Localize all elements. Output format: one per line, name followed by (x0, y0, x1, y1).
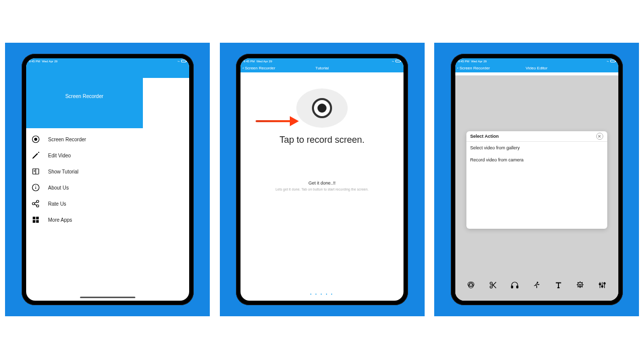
tool-adjust[interactable] (597, 280, 608, 291)
svg-rect-17 (36, 220, 38, 223)
sidebar-item-edit-video[interactable]: Edit Video (26, 147, 189, 163)
sidebar-item-rate-us[interactable]: Rate Us (26, 196, 189, 212)
screen-tutorial: 9:45 PM Wed Apr 29 ‹ Screen Recorder Tut… (240, 58, 404, 301)
arrow-annotation (256, 118, 301, 125)
screenshot-2: 9:45 PM Wed Apr 29 ‹ Screen Recorder Tut… (220, 43, 425, 316)
option-label: Record video from camera (470, 157, 524, 162)
ipad-frame: 9:45 PM Wed Apr 29 Screen Recorder Scree… (22, 54, 194, 305)
sidebar-item-label: Edit Video (48, 153, 71, 158)
app-title: Screen Recorder (26, 94, 143, 99)
option-record-from-camera[interactable]: Record video from camera (466, 154, 607, 166)
svg-point-10 (36, 200, 39, 203)
content-peek (143, 78, 189, 128)
record-icon (31, 135, 40, 144)
sidebar-item-label: About Us (48, 185, 69, 191)
battery-icon (610, 60, 615, 62)
battery-icon (181, 60, 186, 62)
svg-point-8 (35, 186, 36, 187)
nav-bar: ‹ Screen Recorder Tutorial (240, 64, 404, 72)
svg-rect-16 (33, 220, 35, 223)
sliders-icon (598, 281, 607, 290)
wifi-icon (607, 59, 609, 63)
sidebar-item-about-us[interactable]: About Us (26, 179, 189, 196)
tool-audio[interactable] (509, 280, 520, 291)
battery-icon (395, 60, 400, 62)
status-date: Wed Apr 29 (471, 60, 487, 63)
screen-video-editor: 9:45 PM Wed Apr 29 ‹ Screen Recorder Vid… (455, 58, 618, 301)
sidebar-item-show-tutorial[interactable]: Show Tutorial (26, 163, 189, 179)
headphones-icon (510, 281, 519, 290)
sidebar-item-label: Show Tutorial (48, 169, 79, 174)
svg-point-9 (32, 203, 35, 205)
screenshot-3: 9:45 PM Wed Apr 29 ‹ Screen Recorder Vid… (434, 43, 639, 316)
action-sheet: Select Action ✕ Select video from galler… (466, 131, 607, 229)
sidebar-item-screen-recorder[interactable]: Screen Recorder (26, 131, 189, 147)
share-icon (31, 199, 40, 208)
screenshot-1: 9:45 PM Wed Apr 29 Screen Recorder Scree… (5, 43, 210, 316)
nav-title: Tutorial (240, 66, 404, 70)
sidebar-item-label: Rate Us (48, 201, 66, 207)
svg-point-1 (34, 138, 37, 141)
tool-sticker[interactable] (575, 280, 586, 291)
sidebar-item-label: Screen Recorder (48, 137, 87, 142)
status-bar: 9:45 PM Wed Apr 29 (240, 58, 404, 64)
nav-bar: ‹ Screen Recorder Video Editor (455, 64, 618, 72)
status-date: Wed Apr 29 (257, 60, 272, 63)
status-bar: 9:45 PM Wed Apr 29 (455, 58, 618, 64)
svg-rect-37 (601, 286, 603, 287)
svg-point-27 (537, 282, 538, 283)
sheet-title: Select Action (470, 134, 499, 139)
svg-line-13 (34, 204, 37, 205)
tutorial-subtext: Lets get it done. Tab on button to start… (240, 188, 404, 191)
sidebar-item-more-apps[interactable]: More Apps (26, 212, 189, 228)
svg-point-11 (36, 205, 39, 207)
sticker-icon (576, 281, 585, 290)
close-icon: ✕ (598, 134, 601, 139)
status-time: 9:45 PM (458, 60, 469, 63)
text-icon (554, 281, 563, 290)
running-icon (532, 281, 541, 290)
svg-line-23 (492, 284, 496, 288)
tutorial-body: Tap to record screen. Get it done..!! Le… (240, 88, 404, 301)
tool-text[interactable] (553, 280, 564, 291)
status-bar: 9:45 PM Wed Apr 29 (26, 58, 189, 64)
close-button[interactable]: ✕ (596, 133, 603, 140)
ipad-frame: 9:45 PM Wed Apr 29 ‹ Screen Recorder Vid… (451, 54, 623, 305)
svg-rect-14 (33, 217, 35, 219)
svg-point-32 (581, 285, 581, 285)
sidebar-header: Screen Recorder (26, 64, 189, 128)
sidebar-item-label: More Apps (48, 217, 72, 223)
svg-point-20 (469, 284, 473, 288)
svg-point-31 (579, 285, 580, 285)
nav-title: Video Editor (455, 66, 618, 70)
svg-rect-26 (517, 286, 518, 289)
record-icon (312, 98, 332, 118)
sidebar-menu: Screen Recorder Edit Video Show Tutorial (26, 128, 189, 228)
option-select-from-gallery[interactable]: Select video from gallery (466, 142, 607, 154)
ipad-frame: 9:45 PM Wed Apr 29 ‹ Screen Recorder Tut… (236, 54, 408, 305)
tutorial-subtitle: Get it done..!! (240, 180, 404, 186)
svg-line-24 (492, 282, 496, 286)
svg-rect-38 (604, 283, 605, 284)
option-label: Select video from gallery (470, 145, 520, 150)
tool-speed[interactable] (531, 280, 542, 291)
status-time: 9:45 PM (29, 60, 40, 63)
svg-rect-25 (511, 286, 513, 289)
status-time: 9:45 PM (244, 60, 255, 63)
svg-rect-36 (599, 284, 601, 285)
page-dots[interactable]: • • • • • (240, 292, 404, 296)
wifi-icon (392, 59, 394, 63)
record-button[interactable] (296, 88, 348, 128)
overlap-circles-icon (466, 281, 475, 290)
editor-toolbar (455, 277, 618, 294)
book-icon (31, 167, 40, 176)
svg-line-12 (34, 202, 37, 203)
info-icon (31, 183, 40, 192)
pencil-icon (31, 151, 40, 160)
editor-body: Select Action ✕ Select video from galler… (455, 72, 618, 301)
tutorial-headline: Tap to record screen. (240, 135, 404, 145)
tool-cut[interactable] (488, 280, 499, 291)
tool-filter[interactable] (465, 280, 476, 291)
home-indicator[interactable] (80, 297, 135, 298)
status-date: Wed Apr 29 (42, 60, 57, 63)
